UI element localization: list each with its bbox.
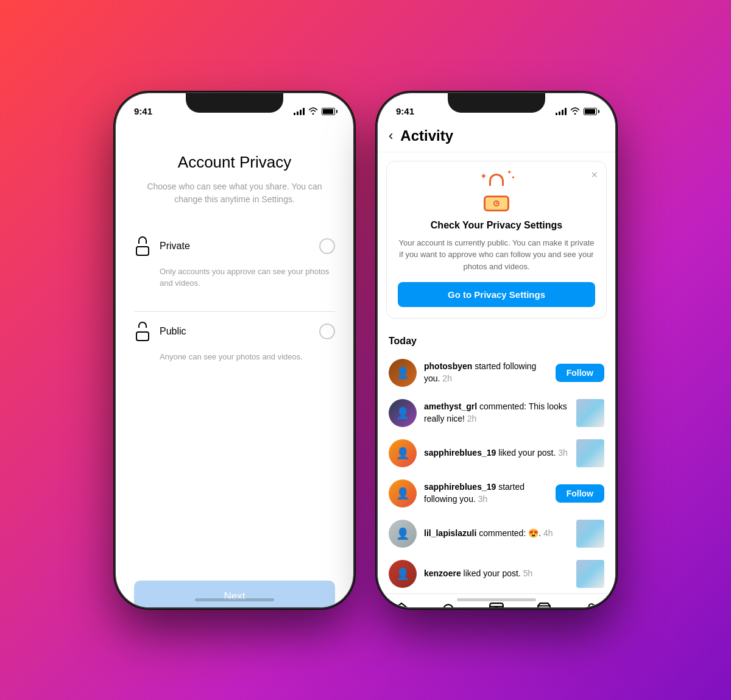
time-1: 2h	[442, 373, 452, 383]
wifi-icon-2	[570, 107, 580, 116]
privacy-subtitle: Choose who can see what you share. You c…	[134, 180, 335, 206]
notch-1	[186, 93, 283, 113]
status-time-1: 9:41	[134, 106, 152, 116]
private-option-header: Private	[134, 236, 335, 266]
avatar-photosbyen[interactable]: 👤	[389, 359, 417, 387]
home-bar-2	[457, 598, 536, 601]
nav-shop[interactable]	[535, 601, 553, 607]
public-option-left: Public	[134, 322, 186, 341]
action-3: liked your post.	[498, 448, 556, 458]
options-divider	[134, 311, 335, 312]
avatar-kenzoere[interactable]: 👤	[389, 560, 417, 588]
phone-activity: 9:41	[378, 93, 615, 607]
time-3: 3h	[558, 448, 568, 458]
svg-point-0	[443, 604, 453, 607]
activity-text-5: lil_lapislazuli commented: 😍. 4h	[424, 528, 569, 540]
card-close-button[interactable]: ×	[591, 169, 598, 182]
username-1[interactable]: photosbyen	[424, 361, 472, 371]
colorful-lock-icon: ✦ ✦ ✦	[479, 174, 514, 211]
follow-button-1[interactable]: Follow	[556, 364, 604, 382]
action-6: liked your post.	[464, 568, 521, 578]
status-time-2: 9:41	[396, 106, 414, 116]
nav-search[interactable]	[440, 601, 457, 607]
private-option[interactable]: Private Only accounts you approve can se…	[134, 236, 335, 289]
private-option-left: Private	[134, 236, 190, 256]
private-radio[interactable]	[319, 238, 335, 254]
username-6[interactable]: kenzoere	[424, 568, 461, 578]
activity-header: ‹ Activity	[378, 122, 615, 152]
privacy-card-title: Check Your Privacy Settings	[398, 220, 595, 231]
activity-text-2: amethyst_grl commented: This looks reall…	[424, 401, 569, 425]
signal-icon-1	[294, 108, 305, 115]
username-5[interactable]: lil_lapislazuli	[424, 528, 476, 538]
today-label: Today	[378, 327, 615, 353]
privacy-card-desc: Your account is currently public. You ca…	[398, 237, 595, 273]
username-4[interactable]: sapphireblues_19	[424, 482, 496, 492]
phone-privacy: 9:41	[116, 93, 353, 607]
post-thumb-2[interactable]	[576, 399, 604, 427]
svg-point-7	[589, 604, 595, 607]
time-4: 3h	[478, 494, 488, 504]
battery-icon-1	[322, 108, 335, 115]
back-button[interactable]: ‹	[389, 128, 393, 144]
lock-icon-public	[134, 322, 151, 341]
activity-text-6: kenzoere liked your post. 5h	[424, 568, 569, 580]
next-btn-container: Next	[116, 568, 353, 607]
username-2[interactable]: amethyst_grl	[424, 401, 477, 411]
activity-body[interactable]: × ✦ ✦ ✦	[378, 152, 615, 593]
post-thumb-6[interactable]	[576, 560, 604, 588]
wifi-icon-1	[308, 107, 318, 116]
notch-2	[448, 93, 545, 113]
status-icons-1	[294, 107, 335, 116]
private-desc: Only accounts you approve can see your p…	[134, 266, 335, 289]
follow-button-2[interactable]: Follow	[556, 484, 604, 503]
public-desc: Anyone can see your photos and videos.	[134, 351, 335, 363]
nav-profile[interactable]	[583, 601, 600, 607]
home-bar-1	[195, 598, 274, 601]
time-5: 4h	[543, 528, 553, 538]
avatar-sapphire1[interactable]: 👤	[389, 439, 417, 467]
username-3[interactable]: sapphireblues_19	[424, 448, 496, 458]
activity-text-1: photosbyen started following you. 2h	[424, 361, 548, 384]
activity-item: 👤 sapphireblues_19 started following you…	[378, 473, 615, 514]
post-thumb-3[interactable]	[576, 439, 604, 467]
avatar-lapis[interactable]: 👤	[389, 520, 417, 548]
lock-icon-private	[134, 236, 151, 256]
status-icons-2	[556, 107, 597, 116]
activity-text-4: sapphireblues_19 started following you. …	[424, 481, 548, 505]
nav-home[interactable]	[393, 601, 410, 607]
action-5: commented: 😍.	[479, 528, 541, 538]
public-label: Public	[160, 326, 186, 337]
activity-item: 👤 photosbyen started following you. 2h F…	[378, 353, 615, 393]
phones-container: 9:41	[116, 93, 615, 607]
privacy-screen: Account Privacy Choose who can see what …	[116, 122, 353, 607]
phone-activity-screen: 9:41	[378, 93, 615, 607]
activity-page-title: Activity	[400, 127, 453, 144]
nav-reels[interactable]	[488, 601, 505, 607]
next-button[interactable]: Next	[134, 581, 335, 607]
private-label: Private	[160, 241, 190, 252]
phone-privacy-screen: 9:41	[116, 93, 353, 607]
activity-text-3: sapphireblues_19 liked your post. 3h	[424, 447, 569, 459]
privacy-settings-card: × ✦ ✦ ✦	[386, 161, 607, 319]
post-thumb-5[interactable]	[576, 520, 604, 548]
activity-screen: ‹ Activity × ✦ ✦ ✦	[378, 122, 615, 607]
activity-item: 👤 kenzoere liked your post. 5h	[378, 554, 615, 593]
avatar-sapphire2[interactable]: 👤	[389, 479, 417, 507]
time-2: 2h	[467, 414, 477, 423]
go-privacy-button[interactable]: Go to Privacy Settings	[398, 282, 595, 307]
public-option-header: Public	[134, 322, 335, 351]
activity-item: 👤 lil_lapislazuli commented: 😍. 4h	[378, 514, 615, 554]
battery-icon-2	[584, 108, 597, 115]
public-radio[interactable]	[319, 323, 335, 339]
privacy-content: Account Privacy Choose who can see what …	[116, 122, 353, 568]
avatar-amethyst[interactable]: 👤	[389, 399, 417, 427]
public-option[interactable]: Public Anyone can see your photos and vi…	[134, 322, 335, 363]
activity-item: 👤 sapphireblues_19 liked your post. 3h	[378, 433, 615, 473]
time-6: 5h	[523, 568, 533, 578]
activity-item: 👤 amethyst_grl commented: This looks rea…	[378, 393, 615, 433]
signal-icon-2	[556, 108, 567, 115]
privacy-title: Account Privacy	[134, 153, 335, 172]
